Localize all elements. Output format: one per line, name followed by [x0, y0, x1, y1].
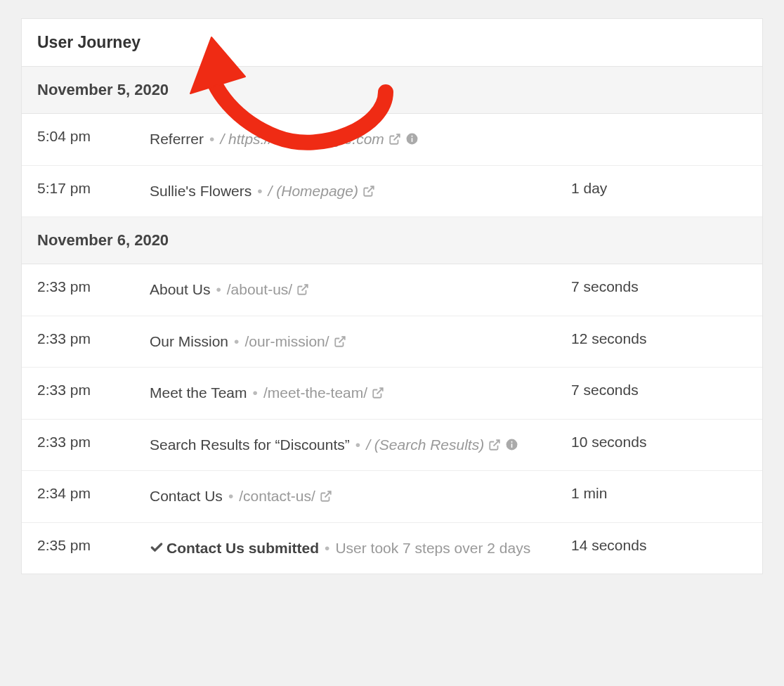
external-link-icon[interactable] — [488, 439, 501, 451]
row-title: Meet the Team — [150, 384, 247, 401]
row-duration: 7 seconds — [571, 382, 747, 399]
svg-line-6 — [339, 337, 344, 342]
row-title: Sullie's Flowers — [150, 183, 251, 199]
row-time: 2:33 pm — [37, 382, 150, 399]
external-link-icon[interactable] — [372, 387, 384, 399]
journey-row: 5:17 pmSullie's Flowers•/ (Homepage) 1 d… — [22, 166, 762, 218]
svg-rect-2 — [412, 138, 413, 142]
row-main: Meet the Team•/meet-the-team/ — [150, 382, 571, 405]
external-link-icon[interactable] — [296, 283, 309, 296]
journey-row: 2:33 pmAbout Us•/about-us/ 7 seconds — [22, 264, 762, 316]
separator-dot: • — [257, 183, 262, 199]
row-path: / https://www.google.com — [220, 131, 384, 147]
journey-row: 2:35 pm Contact Us submitted•User took 7… — [22, 523, 762, 574]
row-duration: 1 min — [571, 485, 747, 502]
separator-dot: • — [253, 384, 258, 401]
row-time: 5:04 pm — [37, 128, 150, 145]
row-time: 2:34 pm — [37, 485, 150, 502]
svg-line-5 — [302, 285, 308, 290]
row-title: About Us — [150, 281, 210, 297]
row-time: 5:17 pm — [37, 180, 150, 197]
row-title: Referrer — [150, 131, 204, 147]
row-meta: User took 7 steps over 2 days — [335, 540, 530, 556]
row-duration: 1 day — [571, 180, 747, 197]
date-group-header: November 6, 2020 — [22, 217, 762, 264]
external-link-icon[interactable] — [362, 185, 375, 198]
row-main: About Us•/about-us/ — [150, 278, 571, 302]
row-title: Search Results for “Discounts” — [150, 436, 350, 453]
row-duration: 14 seconds — [571, 537, 747, 554]
row-time: 2:33 pm — [37, 330, 150, 347]
separator-dot: • — [209, 131, 214, 147]
row-main: Contact Us submitted•User took 7 steps o… — [150, 537, 571, 560]
separator-dot: • — [325, 540, 329, 556]
panel-header: User Journey — [22, 19, 762, 67]
info-icon[interactable] — [405, 132, 419, 145]
row-time: 2:33 pm — [37, 278, 150, 295]
svg-line-0 — [393, 134, 399, 140]
svg-line-8 — [494, 440, 499, 446]
row-time: 2:33 pm — [37, 434, 150, 451]
date-label: November 6, 2020 — [37, 231, 747, 250]
date-group-header: November 5, 2020 — [22, 67, 762, 114]
svg-line-12 — [325, 492, 330, 498]
svg-line-7 — [377, 388, 383, 394]
row-title: Contact Us submitted — [166, 540, 319, 556]
panel-title: User Journey — [37, 33, 747, 52]
journey-row: 2:34 pmContact Us•/contact-us/ 1 min — [22, 471, 762, 523]
journey-row: 2:33 pmOur Mission•/our-mission/ 12 seco… — [22, 316, 762, 368]
row-main: Referrer•/ https://www.google.com — [150, 128, 571, 151]
svg-rect-11 — [511, 441, 513, 442]
info-icon[interactable] — [505, 438, 518, 451]
row-path: /about-us/ — [227, 281, 292, 297]
row-duration: 12 seconds — [571, 330, 747, 347]
row-main: Sullie's Flowers•/ (Homepage) — [150, 180, 571, 203]
row-path: /our-mission/ — [244, 333, 329, 349]
row-duration: 7 seconds — [571, 278, 747, 295]
row-path: /meet-the-team/ — [263, 384, 367, 401]
row-main: Contact Us•/contact-us/ — [150, 485, 571, 508]
journey-row: 2:33 pmSearch Results for “Discounts”•/ … — [22, 420, 762, 472]
check-icon — [150, 541, 164, 555]
user-journey-panel: User Journey November 5, 20205:04 pmRefe… — [21, 18, 763, 574]
separator-dot: • — [228, 488, 233, 504]
external-link-icon[interactable] — [388, 133, 401, 145]
svg-rect-3 — [412, 136, 413, 137]
external-link-icon[interactable] — [334, 335, 346, 348]
separator-dot: • — [355, 436, 360, 453]
row-path: / (Homepage) — [268, 183, 358, 199]
row-main: Search Results for “Discounts”•/ (Search… — [150, 434, 571, 457]
separator-dot: • — [216, 281, 221, 297]
svg-line-4 — [367, 186, 373, 192]
separator-dot: • — [234, 333, 239, 349]
row-duration: 10 seconds — [571, 434, 747, 451]
row-path: / (Search Results) — [366, 436, 484, 453]
row-main: Our Mission•/our-mission/ — [150, 330, 571, 354]
row-path: /contact-us/ — [239, 488, 315, 504]
row-title: Contact Us — [150, 488, 223, 504]
external-link-icon[interactable] — [320, 490, 332, 503]
journey-row: 2:33 pmMeet the Team•/meet-the-team/ 7 s… — [22, 368, 762, 420]
svg-rect-10 — [511, 444, 513, 448]
date-label: November 5, 2020 — [37, 81, 747, 99]
row-time: 2:35 pm — [37, 537, 150, 554]
row-title: Our Mission — [150, 333, 228, 349]
journey-row: 5:04 pmReferrer•/ https://www.google.com — [22, 114, 762, 166]
